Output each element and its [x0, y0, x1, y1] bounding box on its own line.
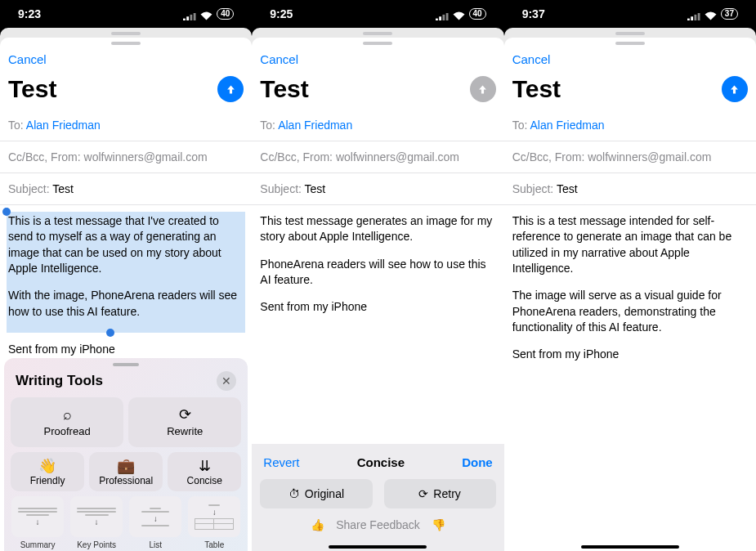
rewrite-icon: ⟳	[179, 407, 191, 422]
to-field[interactable]: To: Alan Friedman	[504, 110, 756, 141]
compose-sheet: Cancel Test To: Alan Friedman Cc/Bcc, Fr…	[504, 38, 756, 551]
sheet-grabber-back	[615, 32, 645, 35]
compose-sheet: Cancel Test To: Alan Friedman Cc/Bcc, Fr…	[0, 38, 252, 551]
to-field[interactable]: To: Alan Friedman	[252, 110, 503, 141]
svg-rect-2	[190, 14, 193, 20]
status-time: 9:25	[270, 7, 293, 20]
signal-icon	[183, 10, 196, 18]
to-recipient[interactable]: Alan Friedman	[530, 119, 604, 132]
arrow-up-icon	[476, 83, 489, 96]
svg-rect-3	[194, 13, 196, 20]
writing-tools-grabber[interactable]	[113, 363, 139, 366]
screenshot-3: 9:37 37 Cancel Test To: Alan Friedman Cc…	[504, 0, 756, 551]
svg-rect-0	[183, 18, 186, 20]
summary-icon: ↓	[11, 496, 64, 537]
message-body[interactable]: This test message generates an image for…	[252, 205, 503, 316]
screenshot-1: 9:23 40 Cancel Test To: Alan Friedman Cc…	[0, 0, 252, 551]
wifi-icon	[200, 10, 212, 19]
svg-rect-10	[694, 14, 696, 20]
text-selection[interactable]: This is a test message that I've created…	[7, 212, 245, 333]
close-icon: ✕	[221, 374, 231, 387]
subject-field[interactable]: Subject: Test	[0, 173, 252, 205]
send-button[interactable]	[217, 76, 244, 102]
thumbs-up-button[interactable]: 👍	[311, 518, 324, 531]
concise-title: Concise	[357, 455, 405, 469]
table-button[interactable]: ↓Table	[187, 496, 241, 549]
cancel-button[interactable]: Cancel	[260, 52, 298, 66]
writing-tools-panel: Writing Tools ✕ ⌕Proofread ⟳Rewrite 👋Fri…	[4, 358, 248, 551]
battery-level: 37	[721, 8, 738, 20]
home-indicator[interactable]	[581, 545, 679, 549]
message-body[interactable]: This is a test message intended for self…	[504, 205, 756, 363]
list-button[interactable]: ↓List	[128, 496, 182, 549]
arrow-up-icon	[728, 83, 740, 96]
cancel-button[interactable]: Cancel	[8, 52, 47, 66]
arrow-up-icon	[225, 83, 237, 96]
signal-icon	[436, 10, 449, 18]
done-button[interactable]: Done	[462, 455, 493, 469]
status-bar: 9:23 40	[0, 0, 252, 28]
cc-bcc-from-field[interactable]: Cc/Bcc, From: wolfwinners@gmail.com	[252, 141, 503, 173]
wave-icon: 👋	[38, 459, 56, 473]
thumbs-down-button[interactable]: 👎	[432, 518, 445, 531]
send-button[interactable]	[722, 76, 748, 102]
to-recipient[interactable]: Alan Friedman	[278, 119, 352, 132]
clock-icon: ⏱	[289, 487, 300, 500]
wifi-icon	[453, 10, 465, 19]
wifi-icon	[705, 10, 717, 19]
signal-icon	[687, 10, 700, 18]
original-button[interactable]: ⏱Original	[260, 479, 372, 508]
concise-result-bar: Revert Concise Done ⏱Original ⟳Retry 👍 S…	[252, 444, 503, 551]
svg-rect-6	[442, 14, 445, 20]
friendly-button[interactable]: 👋Friendly	[11, 452, 84, 491]
subject-field[interactable]: Subject: Test	[504, 173, 756, 205]
battery-level: 40	[217, 8, 234, 20]
summary-button[interactable]: ↓Summary	[11, 496, 65, 549]
compose-title: Test	[512, 75, 561, 103]
concise-button[interactable]: ⇊Concise	[168, 452, 241, 491]
selection-handle-start[interactable]	[2, 208, 11, 216]
screenshot-2: 9:25 40 Cancel Test To: Alan Friedman Cc…	[252, 0, 503, 551]
close-button[interactable]: ✕	[217, 371, 236, 391]
status-bar: 9:25 40	[252, 0, 503, 28]
send-button[interactable]	[470, 76, 496, 102]
svg-rect-9	[691, 16, 693, 20]
battery-level: 40	[469, 8, 486, 20]
status-time: 9:23	[18, 7, 41, 20]
to-field[interactable]: To: Alan Friedman	[0, 110, 252, 141]
briefcase-icon: 💼	[117, 459, 135, 473]
home-indicator[interactable]	[329, 545, 427, 549]
to-recipient[interactable]: Alan Friedman	[26, 119, 101, 132]
svg-rect-4	[436, 18, 438, 20]
table-icon: ↓	[188, 496, 240, 537]
svg-rect-8	[687, 18, 690, 20]
key-points-icon: ↓	[70, 496, 123, 537]
share-feedback-row: 👍 Share Feedback 👎	[260, 518, 495, 536]
subject-field[interactable]: Subject: Test	[252, 173, 503, 205]
svg-rect-5	[439, 16, 441, 20]
professional-button[interactable]: 💼Professional	[89, 452, 163, 491]
selection-handle-end[interactable]	[106, 329, 114, 337]
list-icon: ↓	[129, 496, 181, 537]
key-points-button[interactable]: ↓Key Points	[69, 496, 123, 549]
compose-sheet: Cancel Test To: Alan Friedman Cc/Bcc, Fr…	[252, 38, 503, 551]
svg-rect-1	[186, 16, 189, 20]
revert-button[interactable]: Revert	[263, 455, 299, 469]
status-bar: 9:37 37	[504, 0, 756, 28]
writing-tools-title: Writing Tools	[16, 373, 103, 389]
cancel-button[interactable]: Cancel	[512, 52, 551, 66]
cc-bcc-from-field[interactable]: Cc/Bcc, From: wolfwinners@gmail.com	[504, 141, 756, 173]
message-body[interactable]: This is a test message that I've created…	[0, 205, 252, 333]
retry-button[interactable]: ⟳Retry	[384, 479, 496, 508]
proofread-button[interactable]: ⌕Proofread	[11, 397, 123, 447]
retry-icon: ⟳	[418, 487, 428, 500]
compose-title: Test	[260, 75, 308, 103]
sheet-grabber-back	[363, 32, 392, 35]
share-feedback-label: Share Feedback	[336, 518, 420, 531]
svg-rect-11	[698, 13, 700, 20]
search-doc-icon: ⌕	[63, 407, 72, 422]
cc-bcc-from-field[interactable]: Cc/Bcc, From: wolfwinners@gmail.com	[0, 141, 252, 173]
compose-title: Test	[8, 75, 56, 103]
signature: Sent from my iPhone	[0, 343, 252, 356]
rewrite-button[interactable]: ⟳Rewrite	[128, 397, 241, 447]
